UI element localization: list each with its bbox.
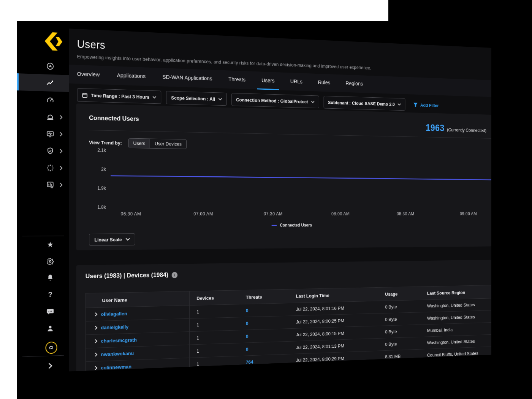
- sidebar-expand-button[interactable]: [17, 356, 69, 374]
- sidebar-item-command-center[interactable]: [17, 56, 69, 75]
- x-axis-tick: 08:30 AM: [397, 211, 415, 216]
- x-axis-tick: 07:00 AM: [193, 211, 213, 216]
- sidebar-item-operations[interactable]: [17, 125, 69, 142]
- chart-legend: Connected Users: [272, 223, 312, 228]
- tab-regions[interactable]: Regions: [341, 74, 367, 93]
- scale-value: Linear Scale: [94, 237, 122, 242]
- funnel-icon: [413, 102, 418, 107]
- usage-cell: 0 Byte: [379, 312, 421, 326]
- threats-link[interactable]: 0: [246, 334, 249, 339]
- person-icon: [46, 324, 54, 332]
- table-title-row: Users (1983) | Devices (1984) i: [76, 260, 491, 280]
- command-center-icon: [46, 62, 54, 70]
- sidebar-item-notifications[interactable]: 9+: [17, 269, 69, 287]
- chevron-down-icon: [311, 100, 314, 103]
- chevron-down-icon: [125, 238, 130, 241]
- chevron-right-icon: [59, 166, 63, 170]
- sidebar-item-activity-insights[interactable]: [17, 73, 69, 92]
- devices-cell: 1: [190, 330, 239, 345]
- calendar-icon: [82, 92, 87, 98]
- sidebar-item-help[interactable]: ?: [17, 286, 69, 304]
- threats-link[interactable]: 764: [246, 359, 253, 365]
- y-axis-tick: 2.1k: [89, 147, 106, 153]
- row-expand-icon[interactable]: [94, 339, 98, 343]
- users-table-card: Users (1983) | Devices (1984) i User Nam…: [76, 260, 491, 374]
- connection-method-filter[interactable]: Connection Method : GlobalProtect: [231, 93, 319, 108]
- sidebar-item-favorites[interactable]: ★: [17, 236, 69, 253]
- shield-check-icon: [46, 147, 54, 155]
- usage-cell: 0 Byte: [379, 337, 421, 351]
- tab-threats[interactable]: Threats: [224, 70, 250, 89]
- threats-link[interactable]: 0: [246, 347, 249, 352]
- column-header-region[interactable]: Last Source Region: [421, 284, 491, 300]
- main-content: Users Empowering insights into user beha…: [69, 28, 492, 371]
- user-link[interactable]: nwankwokanu: [101, 350, 134, 357]
- subtenant-filter[interactable]: Subtenant : Cloud SASE Demo 2.0: [323, 96, 405, 111]
- user-link[interactable]: oliviagallen: [101, 311, 127, 317]
- sidebar-item-monitor[interactable]: [17, 90, 69, 109]
- row-expand-icon[interactable]: [94, 326, 98, 330]
- add-filter-button[interactable]: Add Filter: [413, 102, 439, 108]
- x-axis-tick: 07:30 AM: [264, 211, 283, 216]
- question-icon: ?: [46, 290, 54, 299]
- threats-link[interactable]: 0: [246, 321, 249, 326]
- sidebar-item-tenant-avatar[interactable]: CI: [17, 339, 69, 357]
- tab-users[interactable]: Users: [257, 71, 279, 90]
- column-header-devices[interactable]: Devices: [190, 290, 239, 306]
- tab-overview[interactable]: Overview: [72, 65, 104, 84]
- dashboard-screenshot: ★ 9+ ?: [17, 21, 491, 374]
- column-header-usage[interactable]: Usage: [379, 287, 421, 301]
- column-header-user-name[interactable]: User Name: [86, 291, 189, 308]
- tab-applications[interactable]: Applications: [112, 66, 150, 86]
- star-icon: ★: [46, 240, 54, 249]
- chevron-right-icon: [46, 361, 54, 370]
- sidebar-item-feedback[interactable]: [17, 302, 69, 321]
- tab-urls[interactable]: URLs: [286, 73, 307, 91]
- column-header-last-login[interactable]: Last Login Time: [290, 287, 379, 303]
- tab-rules[interactable]: Rules: [314, 74, 335, 92]
- column-header-threats[interactable]: Threats: [239, 289, 289, 304]
- user-link[interactable]: danielgkelly: [101, 324, 129, 331]
- speedometer-icon: [46, 96, 54, 104]
- connected-users-card: Connected Users 1963 (Currently Connecte…: [76, 103, 491, 250]
- row-expand-icon[interactable]: [94, 312, 98, 317]
- connection-method-value: Connection Method : GlobalProtect: [236, 97, 308, 104]
- threats-link[interactable]: 0: [246, 308, 249, 313]
- y-axis-tick: 1.8k: [89, 204, 106, 210]
- chat-bubble-icon: [46, 307, 54, 315]
- sidebar-item-reports[interactable]: [17, 176, 69, 193]
- connected-count: 1963: [426, 122, 444, 133]
- connected-users-stat: 1963 (Currently Connected): [426, 122, 486, 134]
- y-axis-tick: 2k: [89, 166, 106, 172]
- sidebar-item-user-profile[interactable]: [17, 319, 69, 338]
- sidebar-item-settings[interactable]: [17, 253, 69, 270]
- connected-users-title: Connected Users: [89, 114, 139, 123]
- row-expand-icon[interactable]: [94, 353, 98, 357]
- user-link[interactable]: charlesmcgrath: [101, 337, 137, 344]
- scope-selection-filter[interactable]: Scope Selection : All: [166, 91, 227, 106]
- usage-cell: 0 Byte: [379, 300, 421, 313]
- time-range-filter[interactable]: Time Range : Past 3 Hours: [77, 88, 162, 104]
- x-axis-tick: 08:00 AM: [331, 211, 350, 216]
- devices-cell: 1: [190, 343, 239, 358]
- connected-count-note: (Currently Connected): [447, 127, 486, 133]
- sidebar-item-incidents[interactable]: [17, 108, 69, 126]
- chevron-down-icon: [153, 96, 157, 98]
- table-title: Users (1983) | Devices (1984): [86, 271, 168, 280]
- subtenant-value: Subtenant : Cloud SASE Demo 2.0: [328, 100, 395, 107]
- x-axis-tick: 09:00 AM: [460, 211, 477, 216]
- sidebar-item-security[interactable]: [17, 142, 69, 160]
- dotted-circle-icon: [46, 163, 54, 172]
- chevron-right-icon: [59, 115, 63, 119]
- tab-sdwan-applications[interactable]: SD-WAN Applications: [157, 68, 217, 88]
- sidebar-item-service-setup[interactable]: [17, 159, 69, 176]
- chevron-right-icon: [59, 149, 63, 153]
- sidebar: ★ 9+ ?: [17, 21, 69, 374]
- scale-selector[interactable]: Linear Scale: [89, 233, 135, 245]
- activity-insights-icon: [46, 79, 54, 87]
- row-expand-icon[interactable]: [94, 366, 98, 370]
- gear-icon: [46, 257, 54, 265]
- brand-logo-icon[interactable]: [44, 32, 63, 51]
- info-icon[interactable]: i: [172, 272, 178, 278]
- legend-label: Connected Users: [280, 223, 312, 228]
